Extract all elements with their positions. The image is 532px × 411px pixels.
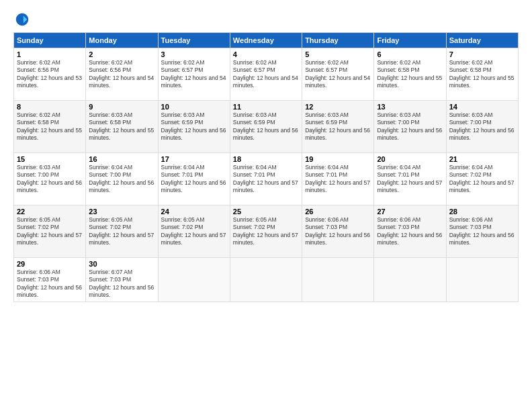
day-number: 26 [305,208,371,216]
calendar-cell: 23 Sunrise: 6:05 AMSunset: 7:02 PMDaylig… [86,205,158,258]
calendar-cell: 26 Sunrise: 6:06 AMSunset: 7:03 PMDaylig… [302,205,374,258]
day-info: Sunrise: 6:03 AMSunset: 6:59 PMDaylight:… [305,111,370,141]
day-info: Sunrise: 6:05 AMSunset: 7:02 PMDaylight:… [233,216,298,246]
weekday-sunday: Sunday [14,33,86,48]
calendar-cell: 20 Sunrise: 6:04 AMSunset: 7:01 PMDaylig… [374,153,446,205]
calendar-cell: 14 Sunrise: 6:03 AMSunset: 7:00 PMDaylig… [446,101,518,153]
day-number: 19 [305,155,371,163]
day-number: 9 [89,103,154,111]
calendar-cell: 19 Sunrise: 6:04 AMSunset: 7:01 PMDaylig… [302,153,374,205]
day-info: Sunrise: 6:06 AMSunset: 7:03 PMDaylight:… [17,269,82,298]
day-info: Sunrise: 6:02 AMSunset: 6:56 PMDaylight:… [17,59,82,89]
weekday-header-row: SundayMondayTuesdayWednesdayThursdayFrid… [14,33,519,48]
day-number: 14 [449,103,515,111]
calendar-cell: 10 Sunrise: 6:03 AMSunset: 6:59 PMDaylig… [158,101,230,153]
day-info: Sunrise: 6:05 AMSunset: 7:02 PMDaylight:… [17,216,82,246]
day-info: Sunrise: 6:06 AMSunset: 7:03 PMDaylight:… [305,216,370,246]
day-info: Sunrise: 6:02 AMSunset: 6:57 PMDaylight:… [233,59,298,89]
day-number: 10 [161,103,227,111]
weekday-friday: Friday [374,33,446,48]
calendar-week-3: 15 Sunrise: 6:03 AMSunset: 7:00 PMDaylig… [14,153,519,205]
calendar-cell: 6 Sunrise: 6:02 AMSunset: 6:58 PMDayligh… [374,48,446,101]
day-info: Sunrise: 6:04 AMSunset: 7:02 PMDaylight:… [449,164,515,193]
day-info: Sunrise: 6:02 AMSunset: 6:58 PMDaylight:… [449,59,515,89]
weekday-tuesday: Tuesday [158,33,230,48]
calendar-cell: 7 Sunrise: 6:02 AMSunset: 6:58 PMDayligh… [446,48,518,101]
calendar-cell: 27 Sunrise: 6:06 AMSunset: 7:03 PMDaylig… [374,205,446,258]
day-number: 25 [233,208,299,216]
calendar-cell: 8 Sunrise: 6:02 AMSunset: 6:58 PMDayligh… [14,101,86,153]
calendar-cell [158,258,230,302]
day-number: 12 [305,103,371,111]
page: SundayMondayTuesdayWednesdayThursdayFrid… [0,0,532,411]
day-number: 28 [449,208,515,216]
day-number: 17 [161,155,227,163]
day-info: Sunrise: 6:03 AMSunset: 7:00 PMDaylight:… [377,111,442,141]
day-number: 24 [161,208,227,216]
weekday-thursday: Thursday [302,33,374,48]
logo [13,12,30,27]
calendar-week-4: 22 Sunrise: 6:05 AMSunset: 7:02 PMDaylig… [14,205,519,258]
day-number: 8 [17,103,83,111]
day-info: Sunrise: 6:04 AMSunset: 7:01 PMDaylight:… [233,164,298,193]
day-info: Sunrise: 6:04 AMSunset: 7:01 PMDaylight:… [377,164,442,193]
day-number: 2 [89,50,154,58]
day-number: 16 [89,155,154,163]
day-info: Sunrise: 6:03 AMSunset: 7:00 PMDaylight:… [17,164,82,193]
calendar-cell: 5 Sunrise: 6:02 AMSunset: 6:57 PMDayligh… [302,48,374,101]
day-info: Sunrise: 6:06 AMSunset: 7:03 PMDaylight:… [377,216,442,246]
day-info: Sunrise: 6:03 AMSunset: 6:58 PMDaylight:… [89,111,154,141]
day-number: 3 [161,50,227,58]
day-number: 27 [377,208,443,216]
day-number: 13 [377,103,443,111]
day-number: 4 [233,50,299,58]
weekday-monday: Monday [86,33,158,48]
calendar-week-5: 29 Sunrise: 6:06 AMSunset: 7:03 PMDaylig… [14,258,519,302]
calendar-cell: 18 Sunrise: 6:04 AMSunset: 7:01 PMDaylig… [230,153,302,205]
day-info: Sunrise: 6:05 AMSunset: 7:02 PMDaylight:… [161,216,226,246]
calendar-cell: 30 Sunrise: 6:07 AMSunset: 7:03 PMDaylig… [86,258,158,302]
calendar-cell: 15 Sunrise: 6:03 AMSunset: 7:00 PMDaylig… [14,153,86,205]
day-info: Sunrise: 6:02 AMSunset: 6:57 PMDaylight:… [161,59,226,89]
calendar-cell: 28 Sunrise: 6:06 AMSunset: 7:03 PMDaylig… [446,205,518,258]
day-number: 5 [305,50,371,58]
day-number: 21 [449,155,515,163]
calendar-cell [374,258,446,302]
calendar-cell: 2 Sunrise: 6:02 AMSunset: 6:56 PMDayligh… [86,48,158,101]
day-number: 15 [17,155,83,163]
day-info: Sunrise: 6:02 AMSunset: 6:58 PMDaylight:… [17,111,82,141]
calendar-table: SundayMondayTuesdayWednesdayThursdayFrid… [13,32,519,302]
day-number: 23 [89,208,154,216]
calendar-week-1: 1 Sunrise: 6:02 AMSunset: 6:56 PMDayligh… [14,48,519,101]
day-number: 29 [17,260,83,268]
weekday-saturday: Saturday [446,33,518,48]
calendar-cell: 12 Sunrise: 6:03 AMSunset: 6:59 PMDaylig… [302,101,374,153]
logo-icon [15,12,30,27]
calendar-cell: 21 Sunrise: 6:04 AMSunset: 7:02 PMDaylig… [446,153,518,205]
day-info: Sunrise: 6:03 AMSunset: 6:59 PMDaylight:… [161,111,226,141]
calendar-cell: 17 Sunrise: 6:04 AMSunset: 7:01 PMDaylig… [158,153,230,205]
day-info: Sunrise: 6:04 AMSunset: 7:00 PMDaylight:… [89,164,154,193]
day-number: 1 [17,50,83,58]
day-number: 20 [377,155,443,163]
calendar-cell [230,258,302,302]
header [13,12,519,27]
calendar-cell [302,258,374,302]
calendar-week-2: 8 Sunrise: 6:02 AMSunset: 6:58 PMDayligh… [14,101,519,153]
day-number: 18 [233,155,299,163]
calendar-cell: 4 Sunrise: 6:02 AMSunset: 6:57 PMDayligh… [230,48,302,101]
day-info: Sunrise: 6:06 AMSunset: 7:03 PMDaylight:… [449,216,515,246]
weekday-wednesday: Wednesday [230,33,302,48]
day-number: 6 [377,50,443,58]
calendar-cell: 3 Sunrise: 6:02 AMSunset: 6:57 PMDayligh… [158,48,230,101]
calendar-cell: 1 Sunrise: 6:02 AMSunset: 6:56 PMDayligh… [14,48,86,101]
day-info: Sunrise: 6:05 AMSunset: 7:02 PMDaylight:… [89,216,154,246]
calendar-cell: 9 Sunrise: 6:03 AMSunset: 6:58 PMDayligh… [86,101,158,153]
day-info: Sunrise: 6:04 AMSunset: 7:01 PMDaylight:… [305,164,370,193]
day-number: 11 [233,103,299,111]
day-number: 22 [17,208,83,216]
day-info: Sunrise: 6:03 AMSunset: 7:00 PMDaylight:… [449,111,515,141]
calendar-cell: 11 Sunrise: 6:03 AMSunset: 6:59 PMDaylig… [230,101,302,153]
calendar-cell: 24 Sunrise: 6:05 AMSunset: 7:02 PMDaylig… [158,205,230,258]
day-info: Sunrise: 6:07 AMSunset: 7:03 PMDaylight:… [89,269,154,298]
